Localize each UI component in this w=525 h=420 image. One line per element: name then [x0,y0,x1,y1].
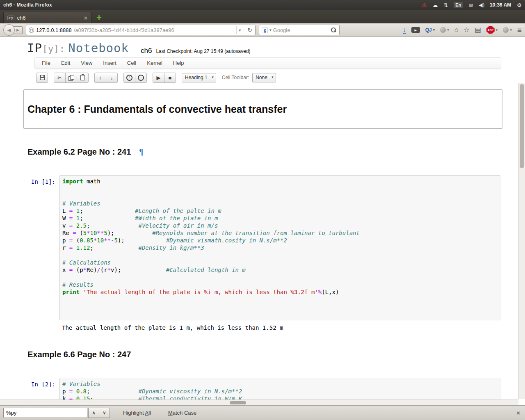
home-icon[interactable]: ⌂ [454,27,459,33]
paste-icon [80,75,85,80]
menu-view[interactable]: View [75,58,98,68]
menu-insert[interactable]: Insert [98,58,122,68]
hamburger-menu-icon[interactable]: ≡ [517,26,522,34]
notebook-toolbar: ✂ ↑ ↓ ↑ ↓ ▶ ■ Heading 1 Cell Toolbar: No… [36,71,501,84]
menu-file[interactable]: File [37,58,56,68]
youtube-icon[interactable]: ▶ [411,27,420,33]
search-bar[interactable]: g ▾ Google [259,25,340,35]
search-engine-icon[interactable]: g [262,27,268,33]
code-line: Re = (5*10**5); #Reynolds number at the … [62,229,498,237]
save-button[interactable] [36,73,48,83]
settings-gear-icon[interactable]: ⚙ [517,2,522,8]
site-identity-icon[interactable] [29,27,34,33]
bookmark-star-icon[interactable]: ☆ [463,27,469,33]
find-next-button[interactable]: ∨ [99,408,110,418]
url-host: 127.0.0.1:8888 [36,27,72,33]
heading2-cell[interactable]: Example 6.6 Page No : 247 [23,349,502,359]
addon-qj-icon[interactable]: QJ▾ [425,27,435,32]
menu-cell[interactable]: Cell [122,58,142,68]
ipython-logo[interactable]: IP[y]:Notebook [27,41,129,55]
search-input[interactable]: Google [273,27,329,33]
reload-icon[interactable]: ↻ [245,26,254,34]
cell-type-select[interactable]: Heading 1 [182,73,216,82]
browser-tab-bar: IPy ch6 × + [0,10,525,23]
code-line: W = 1; #Width of the plate in m [62,215,498,222]
code-line [62,296,498,303]
search-engine-dropdown-icon[interactable]: ▾ [269,28,272,32]
horizontal-scrollbar-thumb[interactable] [230,401,246,404]
cloud-icon[interactable]: ☁ [432,2,438,8]
warning-icon[interactable]: ⚠ [422,2,427,8]
code-line [62,251,498,259]
code-line: x = (p*Re)/(r*v); #Calculated length in … [62,266,498,274]
menu-kernel[interactable]: Kernel [142,58,168,68]
vertical-scrollbar-thumb[interactable] [520,84,524,168]
code-editor[interactable]: import math# VariablesL = 1; #Length of … [59,175,500,320]
insert-cell-below-button[interactable]: ↓ [135,73,147,83]
code-line [62,303,498,310]
downloads-icon[interactable]: ↓ [403,26,406,34]
browser-tab[interactable]: IPy ch6 × [3,12,91,23]
chevron-down-icon[interactable]: ▾ [496,28,498,32]
keyboard-layout-indicator[interactable]: En [454,2,463,8]
interrupt-kernel-button[interactable]: ■ [164,73,176,83]
insert-cell-above-button[interactable]: ↑ [123,73,135,83]
find-close-icon[interactable]: × [516,409,520,416]
find-previous-button[interactable]: ∧ [88,408,99,418]
tab-close-icon[interactable]: × [84,15,87,21]
url-dropdown-icon[interactable]: ▾ [236,26,243,34]
volume-icon[interactable]: ◀)) [479,3,484,7]
code-cell[interactable]: In [1]:import math# VariablesL = 1; #Len… [23,175,502,331]
chevron-down-icon[interactable]: ▾ [510,28,512,32]
chevron-down-icon[interactable]: ▾ [447,28,449,32]
cut-cell-button[interactable]: ✂ [54,73,66,83]
find-input[interactable] [3,408,87,418]
input-prompt: In [1]: [23,175,59,320]
addon2-icon[interactable]: ▾ [503,27,512,33]
heading2-text: Example 6.2 Page No : 241¶ [27,147,502,157]
heading1-cell[interactable]: Chapter 6 : Fundamentals of convective h… [23,89,502,129]
notebook-filename[interactable]: ch6 [141,47,152,55]
menu-help[interactable]: Help [168,58,189,68]
move-cell-up-button[interactable]: ↑ [94,73,106,83]
forward-button[interactable]: ▶ [14,26,23,34]
horizontal-scrollbar[interactable] [0,399,518,405]
addon-icon[interactable]: ▾ [440,27,449,33]
run-cell-button[interactable]: ▶ [153,73,164,83]
output-row: The actual length of the plate is 1 m, w… [23,324,502,331]
paste-cell-button[interactable] [77,73,89,83]
match-case-checkbox[interactable]: Match Case [164,408,201,418]
copy-icon [68,75,74,80]
search-icon[interactable] [331,27,336,32]
clock[interactable]: 10:36 AM [490,2,511,7]
network-icon[interactable]: ⇅ [443,2,448,8]
cell-toolbar-select[interactable]: None [252,73,276,82]
cut-icon: ✂ [57,75,62,80]
copy-cell-button[interactable] [65,73,77,83]
highlight-all-button[interactable]: Highlight All [119,408,155,418]
back-button[interactable]: ◀ [3,24,15,36]
new-tab-button[interactable]: + [96,14,102,21]
chevron-down-icon[interactable]: ▾ [433,28,435,32]
output-text: The actual length of the plate is 1 m, w… [59,324,502,331]
code-line: r = 1.12; #Density in kg/m**3 [62,244,498,251]
bookmarks-panel-icon[interactable]: ▤ [475,27,481,33]
mail-icon[interactable]: ✉ [468,2,473,8]
anchor-link[interactable]: ¶ [139,147,144,156]
code-line: # Results [62,281,498,288]
menu-edit[interactable]: Edit [56,58,75,68]
url-bar[interactable]: 127.0.0.1:8888 /a097f30b-a285-4d44-b1dd-… [26,25,256,35]
code-line [62,192,498,200]
code-line: # Calculations [62,259,498,266]
heading2-cell[interactable]: Example 6.2 Page No : 241¶ [23,147,502,157]
output-prompt [23,324,59,331]
system-tray: ⚠ ☁ ⇅ En ✉ ◀)) 10:36 AM ⚙ [422,2,522,8]
move-cell-down-button[interactable]: ↓ [106,73,118,83]
adblock-icon[interactable]: ABP▾ [486,26,498,34]
checkpoint-status: Last Checkpoint: Aug 27 15:49 (autosaved… [156,48,250,54]
vertical-scrollbar[interactable] [518,83,525,399]
heading2-text: Example 6.6 Page No : 247 [27,349,502,359]
code-line: import math [62,178,498,185]
save-icon [40,75,45,80]
code-line: # Variables [62,380,498,388]
